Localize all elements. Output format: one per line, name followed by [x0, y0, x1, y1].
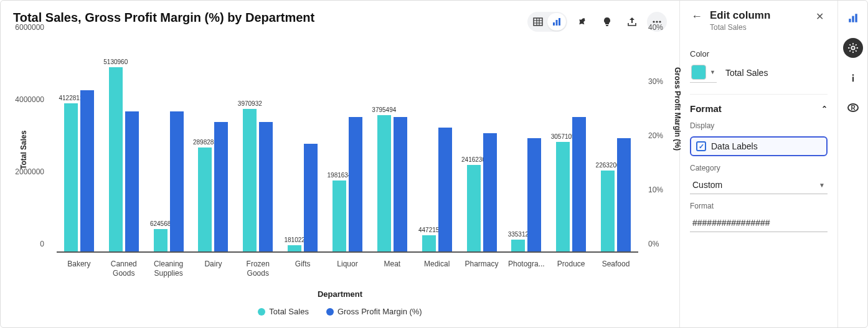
- table-view-button[interactable]: [529, 13, 547, 30]
- chevron-down-icon: ▼: [819, 182, 825, 189]
- y-tick: 4000000: [15, 95, 44, 104]
- data-label: 181022: [284, 237, 304, 243]
- bar-total-sales[interactable]: 335312: [511, 240, 525, 251]
- insight-button[interactable]: [597, 12, 617, 32]
- data-label: 335312: [508, 231, 529, 238]
- format-input[interactable]: ################: [690, 214, 828, 232]
- bar-total-sales[interactable]: 2898285: [198, 148, 212, 251]
- x-tick-label: Produce: [549, 260, 593, 278]
- bar-total-sales[interactable]: 4122811: [64, 103, 78, 251]
- data-label: 447215: [418, 227, 439, 233]
- chart-view-button[interactable]: [547, 13, 566, 30]
- share-button[interactable]: [622, 12, 642, 32]
- svg-rect-17: [852, 77, 853, 82]
- x-tick-label: Seafood: [593, 260, 638, 278]
- legend-item[interactable]: Gross Profit Margin (%): [326, 307, 422, 316]
- bar-gross-profit[interactable]: [572, 117, 586, 251]
- bar-total-sales[interactable]: 624568: [154, 229, 167, 251]
- bar-total-sales[interactable]: 447215: [422, 235, 436, 251]
- category-group: 3970932: [235, 36, 280, 251]
- x-tick-label: CannedGoods: [101, 260, 146, 278]
- x-tick-label: CleaningSupplies: [146, 260, 191, 278]
- bar-gross-profit[interactable]: [304, 144, 318, 251]
- category-group: 2263206: [593, 36, 638, 251]
- checkbox-label: Data Labels: [711, 141, 758, 151]
- y-tick: 0: [40, 240, 44, 248]
- format-section-toggle[interactable]: Format ⌃: [690, 94, 828, 114]
- x-tick-label: Pharmacy: [460, 260, 504, 278]
- info-button[interactable]: [843, 68, 863, 88]
- display-label: Display: [690, 121, 828, 130]
- legend-swatch-icon: [258, 308, 265, 316]
- bar-gross-profit[interactable]: [80, 90, 94, 252]
- bar-total-sales[interactable]: 1981634: [333, 180, 346, 251]
- plot-area: 4122811513096062456828982853970932181022…: [57, 36, 638, 253]
- x-tick-label: Photogra...: [504, 260, 549, 278]
- y2-tick: 40%: [648, 23, 663, 32]
- svg-rect-0: [534, 18, 542, 26]
- select-value: Custom: [692, 180, 722, 190]
- bar-gross-profit[interactable]: [349, 117, 362, 251]
- bar-gross-profit[interactable]: [394, 117, 407, 251]
- color-picker[interactable]: ▼: [690, 62, 717, 83]
- data-label: 4122811: [59, 95, 83, 101]
- svg-rect-6: [556, 20, 558, 26]
- x-tick-label: FrozenGoods: [235, 260, 280, 278]
- y-tick: 6000000: [15, 23, 44, 32]
- x-tick-label: Liquor: [325, 260, 370, 278]
- bar-total-sales[interactable]: 5130960: [109, 67, 123, 251]
- bar-gross-profit[interactable]: [259, 122, 273, 251]
- category-select[interactable]: Custom ▼: [690, 176, 828, 194]
- chart-toolbar: [527, 12, 667, 32]
- bar-total-sales[interactable]: 181022: [288, 245, 301, 251]
- category-group: 2898285: [191, 36, 236, 251]
- data-label: 624568: [150, 220, 171, 227]
- svg-point-15: [851, 46, 854, 49]
- close-button[interactable]: ✕: [812, 9, 828, 24]
- bar-gross-profit[interactable]: [170, 111, 184, 251]
- legend: Total Sales Gross Profit Margin (%): [13, 307, 667, 316]
- x-tick-label: Bakery: [57, 260, 101, 278]
- y2-axis-ticks: 0% 10% 20% 30% 40%: [646, 36, 667, 253]
- panel-title: Edit column: [710, 9, 770, 22]
- back-button[interactable]: ←: [690, 9, 704, 23]
- y2-tick: 20%: [648, 131, 663, 140]
- bar-gross-profit[interactable]: [483, 133, 497, 251]
- x-axis-ticks: BakeryCannedGoodsCleaningSuppliesDairyFr…: [57, 260, 638, 278]
- data-label: 3795494: [372, 106, 396, 113]
- bar-total-sales[interactable]: 3970932: [243, 109, 257, 251]
- bar-gross-profit[interactable]: [214, 122, 228, 251]
- bar-gross-profit[interactable]: [527, 138, 541, 251]
- chart-config-button[interactable]: [843, 8, 863, 28]
- bar-total-sales[interactable]: 3795494: [377, 115, 391, 251]
- settings-button[interactable]: [843, 38, 863, 58]
- data-label: 1981634: [328, 172, 352, 179]
- color-section-label: Color: [690, 49, 828, 59]
- color-row: ▼ Total Sales: [690, 62, 828, 83]
- bar-gross-profit[interactable]: [125, 111, 139, 251]
- data-label: 2263206: [596, 162, 620, 169]
- legend-item[interactable]: Total Sales: [258, 307, 309, 316]
- pin-button[interactable]: [572, 12, 592, 32]
- category-group: 1981634: [325, 36, 370, 251]
- data-labels-checkbox[interactable]: ✓ Data Labels: [690, 136, 828, 156]
- y2-tick: 10%: [648, 185, 663, 194]
- y2-tick: 0%: [648, 240, 659, 248]
- category-group: 4122811: [57, 36, 101, 251]
- r-script-button[interactable]: R: [843, 98, 863, 118]
- bar-gross-profit[interactable]: [438, 128, 452, 251]
- chevron-up-icon: ⌃: [821, 105, 828, 113]
- bar-total-sales[interactable]: 2263206: [601, 171, 615, 252]
- y2-axis-label: Gross Profit Margin (%): [673, 67, 682, 151]
- legend-label: Total Sales: [269, 307, 309, 316]
- bar-total-sales[interactable]: 2416230: [467, 165, 481, 251]
- x-axis-label: Department: [318, 289, 362, 299]
- category-group: 3795494: [370, 36, 415, 251]
- category-group: 624568: [146, 36, 191, 251]
- bar-gross-profit[interactable]: [617, 138, 631, 251]
- chevron-down-icon: ▼: [710, 69, 715, 75]
- legend-swatch-icon: [326, 308, 334, 316]
- bar-total-sales[interactable]: 3057105: [556, 142, 570, 251]
- svg-text:R: R: [851, 105, 856, 111]
- color-swatch-icon: [691, 65, 706, 80]
